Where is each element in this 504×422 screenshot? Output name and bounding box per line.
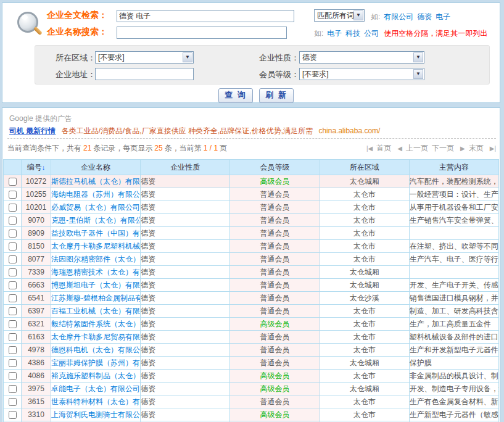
row-region: 太仓城厢 [320,357,409,370]
table-row: 10272斯德拉马机械（太仓）有限公司德资高级会员太仓城厢汽车配件，装配检测系统… [4,175,499,188]
checkbox-cell[interactable] [4,383,22,395]
company-link[interactable]: 海瑞恩精密技术（太仓）有限公司 [51,268,141,276]
row-checkbox[interactable] [9,333,17,341]
row-checkbox[interactable] [9,230,17,238]
hint-link[interactable]: 公司 [364,29,379,38]
company-link[interactable]: 太仓摩丹卡勒多尼贸易有限公司 [51,333,141,341]
row-checkbox[interactable] [9,307,17,315]
chevron-down-icon[interactable]: ▼ [413,69,423,79]
company-link[interactable]: 克恩-里伯斯（太仓）有限公司 [51,216,141,225]
row-region: 太仓城厢 [320,266,409,279]
level-select[interactable]: [不要求] ▼ [299,68,424,80]
company-link[interactable]: 必威贸易（太仓）有限公司 [51,203,140,212]
nature-select[interactable]: 德资 ▼ [299,51,424,64]
row-nature: 德资 [141,383,230,395]
hint-link[interactable]: 有限公司 [384,12,413,21]
ad-url-link[interactable]: china.alibaba.com/ [318,126,380,135]
row-checkbox[interactable] [9,191,17,199]
checkbox-cell[interactable] [4,370,22,383]
table-row: 6397百福工业机械（太仓）有限公司德资普通会员太仓市制造、加工、研发高科技含量… [4,305,499,318]
col-header-id[interactable]: 编号↓ [22,160,51,175]
checkbox-cell[interactable] [4,408,22,421]
col-header-region[interactable]: 所在区域 [320,160,409,175]
company-link[interactable]: 毅结特紧固件系统（太仓）有限公司 [51,320,141,328]
chevron-down-icon[interactable]: ▼ [183,52,192,62]
company-link[interactable]: 斯德拉马机械（太仓）有限公司 [51,177,141,186]
checkbox-cell[interactable] [4,201,22,214]
checkbox-cell[interactable] [4,331,22,344]
col-header-level[interactable]: 会员等级 [230,160,320,175]
prev-page-link[interactable]: 上一页 [406,144,428,152]
checkbox-cell[interactable] [4,266,22,279]
ad-title-link[interactable]: 司机 最新行情 [9,126,56,135]
chevron-down-icon[interactable]: ▼ [413,52,423,62]
hint-link[interactable]: 电子 [436,12,450,21]
checkbox-cell[interactable] [4,344,22,357]
row-checkbox[interactable] [9,255,17,263]
row-checkbox[interactable] [9,372,17,380]
company-link[interactable]: 法因图尔精密部件（太仓）有限公司 [51,255,141,263]
checkbox-cell[interactable] [4,279,22,292]
row-checkbox[interactable] [9,398,17,406]
checkbox-cell[interactable] [4,253,22,266]
row-checkbox[interactable] [9,411,17,419]
company-link[interactable]: 裕克施乐塑料制品（太仓）有限公司 [51,371,141,380]
fulltext-search-input[interactable] [117,10,294,22]
sort-desc-icon[interactable]: ↓ [42,163,46,171]
pager: |◀首页◀上一页下一页▶末页▶| [360,143,496,154]
region-select[interactable]: [不要求] ▼ [95,51,194,64]
col-header-content[interactable]: 主营内容 [409,160,498,175]
company-link[interactable]: 益技欧电子器件（中国）有限公司 [51,229,141,238]
row-checkbox[interactable] [9,268,17,276]
checkbox-cell[interactable] [4,240,22,253]
next-page-icon[interactable]: ▶ [460,145,465,152]
query-button[interactable]: 查 询 [218,88,253,103]
col-header-name[interactable]: 企业名称 [51,160,141,175]
first-page-link[interactable]: 首页 [376,144,391,152]
company-link[interactable]: 德恩科电机（太仓）有限公司 [51,345,141,354]
company-link[interactable]: 海纳电阻器（苏州）有限公司 [51,190,141,199]
hint-link[interactable]: 科技 [345,29,360,38]
row-checkbox[interactable] [9,178,17,186]
row-checkbox[interactable] [9,294,17,302]
row-checkbox[interactable] [9,320,17,328]
company-link[interactable]: 太仓摩丹卡勒多尼塑料机械有限公司 [51,242,141,250]
row-checkbox[interactable] [9,359,17,367]
checkbox-cell[interactable] [4,395,22,408]
checkbox-cell[interactable] [4,188,22,201]
checkbox-cell[interactable] [4,292,22,305]
company-link[interactable]: 世泰科特种材料（太仓）有限公司 [51,397,141,406]
first-page-icon[interactable]: |◀ [366,145,373,152]
prev-page-icon[interactable]: ◀ [397,145,402,152]
row-checkbox[interactable] [9,217,17,225]
chevron-down-icon[interactable]: ▼ [353,10,363,20]
company-link[interactable]: 江苏斯穆-碧根柏金属制品有限公司 [51,294,141,302]
company-link[interactable]: 百福工业机械（太仓）有限公司 [51,307,141,315]
checkbox-cell[interactable] [4,318,22,331]
row-checkbox[interactable] [9,204,17,212]
row-checkbox[interactable] [9,281,17,289]
checkbox-cell[interactable] [4,305,22,318]
company-link[interactable]: 宝丽菲姆保护膜（苏州）有限公司 [51,358,141,367]
match-mode-select[interactable]: 匹配所有词 ▼ [314,9,365,22]
col-header-nature[interactable]: 企业性质 [141,160,230,175]
next-page-link[interactable]: 下一页 [432,144,454,152]
row-checkbox[interactable] [9,346,17,354]
name-search-input[interactable] [117,27,287,39]
address-input[interactable] [95,68,194,80]
row-checkbox[interactable] [9,242,17,250]
hint-link[interactable]: 电子 [327,29,342,38]
checkbox-cell[interactable] [4,227,22,240]
refresh-button[interactable]: 刷 新 [259,88,294,103]
company-link[interactable]: 博恩斯坦电子（太仓）有限公司 [51,281,141,289]
last-page-icon[interactable]: ▶| [490,145,496,152]
checkbox-cell[interactable] [4,175,22,188]
checkbox-cell[interactable] [4,357,22,370]
hint-link[interactable]: 德资 [417,12,432,21]
row-checkbox[interactable] [9,385,17,393]
row-level: 普通会员 [230,395,320,408]
checkbox-cell[interactable] [4,214,22,227]
last-page-link[interactable]: 末页 [469,144,484,152]
company-link[interactable]: 上海贺利氏电测骑士有限公司 [51,410,141,419]
company-link[interactable]: 卓能电子（太仓）有限公司 [51,384,140,393]
